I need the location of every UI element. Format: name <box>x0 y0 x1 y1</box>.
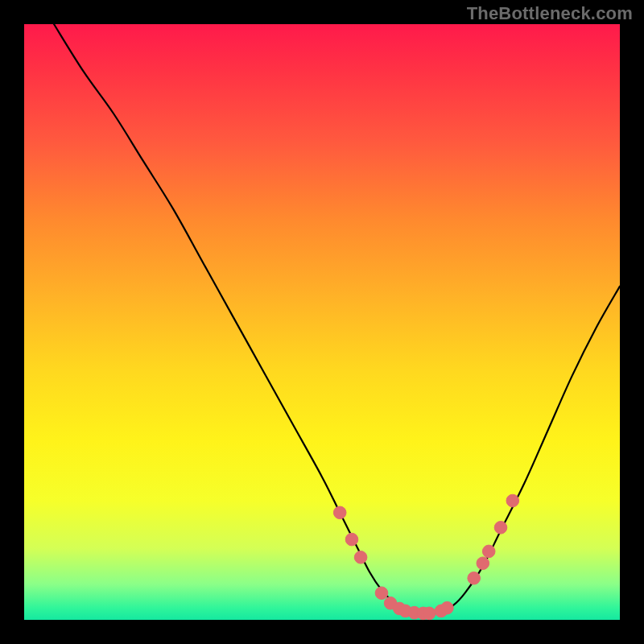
data-point <box>494 522 507 535</box>
data-point <box>345 533 358 546</box>
data-point <box>333 506 346 519</box>
watermark-text: TheBottleneck.com <box>467 3 633 24</box>
data-point <box>354 551 367 564</box>
data-point <box>477 557 489 570</box>
chart-frame <box>24 24 620 620</box>
chart-svg <box>24 24 620 620</box>
data-point <box>482 545 495 558</box>
data-point <box>468 572 481 584</box>
curve-line <box>54 24 620 614</box>
data-point <box>423 607 436 620</box>
data-point <box>441 601 454 614</box>
data-point <box>375 587 388 600</box>
data-points-group <box>333 494 518 619</box>
data-point <box>506 494 519 507</box>
chart-stage: TheBottleneck.com <box>0 0 644 644</box>
